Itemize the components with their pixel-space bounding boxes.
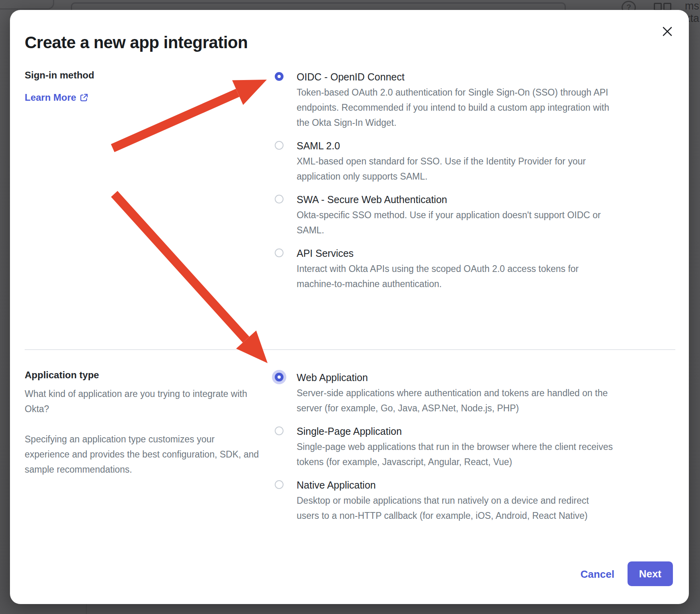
create-app-integration-dialog: Create a new app integration Sign-in met… xyxy=(10,10,689,604)
option-native-application: Native Application Desktop or mobile app… xyxy=(275,477,613,523)
option-single-page-application: Single-Page Application Single-page web … xyxy=(275,423,613,469)
option-oidc: OIDC - OpenID Connect Token-based OAuth … xyxy=(275,69,613,130)
application-type-column: Application type What kind of applicatio… xyxy=(25,370,260,477)
learn-more-label: Learn More xyxy=(25,92,76,103)
dialog-title: Create a new app integration xyxy=(25,33,248,52)
external-link-icon xyxy=(80,93,88,102)
signin-options-group: OIDC - OpenID Connect Token-based OAuth … xyxy=(275,69,613,299)
application-type-question: What kind of application are you trying … xyxy=(25,386,260,417)
option-native-application-label[interactable]: Native Application xyxy=(297,477,613,493)
option-native-application-description: Desktop or mobile applications that run … xyxy=(297,493,613,523)
application-type-explanation: Specifying an application type customize… xyxy=(25,432,260,477)
radio-oidc[interactable] xyxy=(275,72,284,81)
radio-web-application[interactable] xyxy=(275,373,284,381)
option-api-services-description: Interact with Okta APIs using the scoped… xyxy=(297,261,613,291)
option-web-application-description: Server-side applications where authentic… xyxy=(297,385,613,416)
close-button[interactable] xyxy=(661,25,674,38)
background-divider xyxy=(86,603,87,614)
option-web-application: Web Application Server-side applications… xyxy=(275,370,613,416)
radio-swa[interactable] xyxy=(275,195,284,203)
background-nav-tab-outline xyxy=(0,0,54,10)
option-oidc-description: Token-based OAuth 2.0 authentication for… xyxy=(297,85,613,130)
option-saml-label[interactable]: SAML 2.0 xyxy=(297,138,613,154)
radio-native-application[interactable] xyxy=(275,480,284,489)
apps-grid-icon xyxy=(663,3,671,11)
option-single-page-application-description: Single-page web applications that run in… xyxy=(297,439,613,469)
signin-method-heading: Sign-in method xyxy=(25,70,94,81)
option-oidc-label[interactable]: OIDC - OpenID Connect xyxy=(297,69,613,85)
next-button[interactable]: Next xyxy=(628,561,673,586)
radio-single-page-application[interactable] xyxy=(275,426,284,435)
radio-api-services[interactable] xyxy=(275,248,284,257)
cancel-button[interactable]: Cancel xyxy=(581,568,614,581)
close-icon xyxy=(662,26,673,37)
learn-more-link[interactable]: Learn More xyxy=(25,92,88,103)
radio-saml[interactable] xyxy=(275,141,284,150)
option-saml: SAML 2.0 XML-based open standard for SSO… xyxy=(275,138,613,184)
option-single-page-application-label[interactable]: Single-Page Application xyxy=(297,423,613,439)
application-type-heading: Application type xyxy=(25,370,260,381)
apps-grid-icon xyxy=(654,3,662,11)
application-type-options-group: Web Application Server-side applications… xyxy=(275,370,613,531)
option-saml-description: XML-based open standard for SSO. Use if … xyxy=(297,154,613,184)
section-divider xyxy=(25,349,675,350)
option-swa-description: Okta-specific SSO method. Use if your ap… xyxy=(297,207,613,238)
option-swa-label[interactable]: SWA - Secure Web Authentication xyxy=(297,192,613,207)
option-web-application-label[interactable]: Web Application xyxy=(297,370,613,385)
option-api-services: API Services Interact with Okta APIs usi… xyxy=(275,245,613,291)
option-swa: SWA - Secure Web Authentication Okta-spe… xyxy=(275,192,613,238)
option-api-services-label[interactable]: API Services xyxy=(297,245,613,261)
